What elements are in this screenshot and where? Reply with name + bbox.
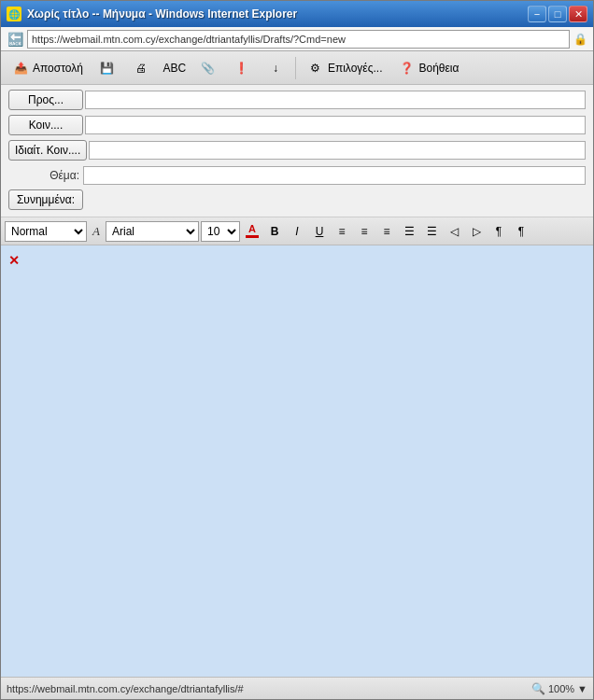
attach-icon: 📎 <box>199 59 218 77</box>
bcc-input[interactable] <box>89 141 586 160</box>
address-bar: 🔙 🔒 <box>1 27 593 51</box>
compose-form: Προς... Κοιν.... Ιδιαίτ. Κοιν.... Θέμα: … <box>1 85 593 217</box>
help-button[interactable]: ❓ Βοήθεια <box>390 55 465 81</box>
style-select[interactable]: Normal <box>5 221 87 242</box>
close-button[interactable]: ✕ <box>569 6 587 22</box>
attachments-row: Συνημμένα: <box>8 189 586 210</box>
zoom-icon: 🔍 <box>531 682 545 695</box>
spellcheck-icon: ABC <box>165 59 184 77</box>
format-toolbar: Normal A Arial 10 A B I U ≡ ≡ ≡ ☰ ☰ ◁ ▷ … <box>1 217 593 245</box>
print-icon: 🖨 <box>132 59 150 77</box>
bcc-row: Ιδιαίτ. Κοιν.... <box>8 139 586 161</box>
browser-icon: 🌐 <box>7 7 21 21</box>
options-icon: ⚙ <box>306 59 325 77</box>
bullet-list-button[interactable]: ☰ <box>399 221 419 242</box>
subject-row: Θέμα: <box>8 164 586 187</box>
save-button[interactable]: 💾 <box>92 55 123 81</box>
title-bar: 🌐 Χωρίς τίτλο -- Μήνυμα - Windows Intern… <box>1 1 593 27</box>
cc-button[interactable]: Κοιν.... <box>8 115 83 135</box>
help-icon: ❓ <box>397 59 416 77</box>
font-color-button[interactable]: A <box>242 221 262 242</box>
window-title: Χωρίς τίτλο -- Μήνυμα - Windows Internet… <box>27 7 297 21</box>
email-body-area[interactable]: ✕ <box>1 245 593 677</box>
main-toolbar: 📤 Αποστολή 💾 🖨 ABC 📎 ❗ ↓ ⚙ Επιλογές... ❓… <box>1 51 593 85</box>
subject-label: Θέμα: <box>8 169 83 182</box>
priority-high-button[interactable]: ❗ <box>226 55 258 81</box>
maximize-button[interactable]: □ <box>548 6 567 22</box>
status-bar: https://webmail.mtn.com.cy/exchange/dtri… <box>1 677 593 699</box>
cc-row: Κοιν.... <box>8 114 586 136</box>
attach-button[interactable]: 📎 <box>192 55 224 81</box>
send-button[interactable]: 📤 Αποστολή <box>5 55 90 81</box>
title-bar-buttons: − □ ✕ <box>528 6 587 22</box>
outdent-button[interactable]: ◁ <box>444 221 464 242</box>
minimize-button[interactable]: − <box>528 6 546 22</box>
align-right-button[interactable]: ≡ <box>376 221 397 242</box>
to-input[interactable] <box>85 91 586 109</box>
priority-low-icon: ↓ <box>266 59 285 77</box>
numbered-list-button[interactable]: ☰ <box>421 221 442 242</box>
email-body-content: ✕ <box>8 253 586 669</box>
align-center-button[interactable]: ≡ <box>354 221 375 242</box>
bold-button[interactable]: B <box>264 221 285 242</box>
send-icon: 📤 <box>11 59 30 77</box>
italic-button[interactable]: I <box>287 221 307 242</box>
main-window: 🌐 Χωρίς τίτλο -- Μήνυμα - Windows Intern… <box>0 0 594 700</box>
address-input[interactable] <box>27 30 570 49</box>
priority-low-button[interactable]: ↓ <box>260 55 291 81</box>
lock-icon: 🔒 <box>573 33 587 46</box>
to-row: Προς... <box>8 89 586 111</box>
toolbar-separator <box>295 57 296 79</box>
to-button[interactable]: Προς... <box>8 90 83 110</box>
font-color-bar <box>246 235 259 238</box>
subject-input[interactable] <box>83 166 586 185</box>
priority-high-icon: ❗ <box>233 59 251 77</box>
save-icon: 💾 <box>98 59 117 77</box>
font-select[interactable]: Arial <box>106 221 199 242</box>
zoom-dropdown-icon[interactable]: ▼ <box>577 683 587 694</box>
print-button[interactable]: 🖨 <box>125 55 157 81</box>
bcc-button[interactable]: Ιδιαίτ. Κοιν.... <box>8 140 87 161</box>
status-zoom: 🔍 100% ▼ <box>531 682 587 695</box>
status-url: https://webmail.mtn.com.cy/exchange/dtri… <box>7 683 244 694</box>
underline-button[interactable]: U <box>309 221 330 242</box>
title-bar-left: 🌐 Χωρίς τίτλο -- Μήνυμα - Windows Intern… <box>7 7 297 21</box>
spellcheck-button[interactable]: ABC <box>159 55 191 81</box>
ltr-button[interactable]: ¶ <box>488 221 509 242</box>
font-a-icon: A <box>89 224 104 239</box>
cc-input[interactable] <box>85 116 586 134</box>
rtl-button[interactable]: ¶ <box>511 221 531 242</box>
options-button[interactable]: ⚙ Επιλογές... <box>300 55 389 81</box>
attachments-button[interactable]: Συνημμένα: <box>8 189 83 210</box>
size-select[interactable]: 10 <box>201 221 240 242</box>
indent-button[interactable]: ▷ <box>466 221 487 242</box>
broken-image-icon: ✕ <box>8 253 20 268</box>
back-icon[interactable]: 🔙 <box>7 31 23 48</box>
zoom-level: 100% <box>548 683 574 694</box>
align-left-button[interactable]: ≡ <box>332 221 352 242</box>
